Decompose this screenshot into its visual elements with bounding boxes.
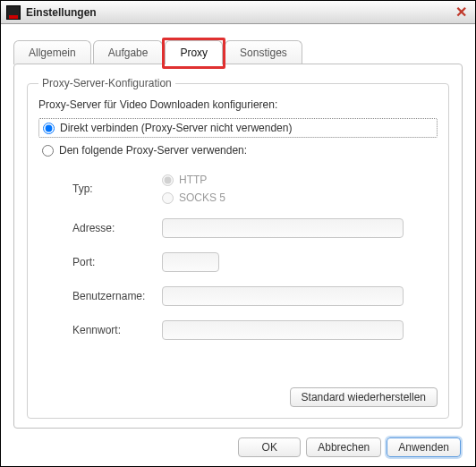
dialog-footer: OK Abbrechen Anwenden bbox=[13, 429, 463, 457]
ok-button[interactable]: OK bbox=[238, 437, 301, 457]
radio-direct-row[interactable]: Direkt verbinden (Proxy-Server nicht ver… bbox=[38, 118, 438, 138]
address-label: Adresse: bbox=[72, 222, 162, 234]
type-option-socks5-row[interactable]: SOCKS 5 bbox=[162, 191, 438, 204]
proxy-groupbox: Proxy-Server-Konfiguration Proxy-Server … bbox=[27, 77, 449, 419]
tab-label: Sonstiges bbox=[240, 47, 287, 59]
tabs-bar: Allgemein Aufgabe Proxy Sonstiges bbox=[13, 37, 463, 64]
username-label: Benutzername: bbox=[72, 290, 162, 302]
type-option-http-label: HTTP bbox=[179, 174, 207, 186]
tab-proxy[interactable]: Proxy bbox=[165, 40, 223, 64]
password-label: Kennwort: bbox=[72, 324, 162, 336]
cancel-button[interactable]: Abbrechen bbox=[306, 437, 381, 457]
radio-useproxy[interactable] bbox=[42, 145, 54, 157]
tab-pane-proxy: Proxy-Server-Konfiguration Proxy-Server … bbox=[13, 64, 463, 429]
window-title: Einstellungen bbox=[26, 6, 452, 19]
type-option-socks5[interactable] bbox=[162, 192, 174, 204]
proxy-form: Typ: HTTP SOCKS 5 Adresse: Port: Benutze… bbox=[72, 174, 438, 340]
type-option-socks5-label: SOCKS 5 bbox=[179, 191, 225, 204]
radio-useproxy-row[interactable]: Den folgende Proxy-Server verwenden: bbox=[38, 141, 438, 159]
radio-direct[interactable] bbox=[43, 123, 55, 134]
port-label: Port: bbox=[72, 256, 162, 268]
type-option-http[interactable] bbox=[162, 174, 174, 186]
groupbox-subtitle: Proxy-Server für Video Downloaden konfig… bbox=[38, 98, 438, 111]
password-input[interactable] bbox=[162, 320, 404, 340]
groupbox-title: Proxy-Server-Konfiguration bbox=[38, 77, 175, 89]
tab-label: Proxy bbox=[180, 47, 208, 59]
titlebar: Einstellungen ✕ bbox=[1, 1, 475, 24]
tab-label: Allgemein bbox=[29, 47, 76, 59]
type-options: HTTP SOCKS 5 bbox=[162, 174, 438, 204]
tab-label: Aufgabe bbox=[108, 47, 149, 59]
app-icon bbox=[6, 5, 21, 20]
content-area: Allgemein Aufgabe Proxy Sonstiges Proxy-… bbox=[1, 24, 475, 466]
restore-defaults-button[interactable]: Standard wiederherstellen bbox=[290, 387, 438, 407]
port-input[interactable] bbox=[162, 252, 219, 272]
tab-aufgabe[interactable]: Aufgabe bbox=[93, 40, 164, 64]
apply-button[interactable]: Anwenden bbox=[387, 437, 461, 457]
tab-allgemein[interactable]: Allgemein bbox=[13, 40, 91, 64]
tab-sonstiges[interactable]: Sonstiges bbox=[225, 40, 302, 64]
username-input[interactable] bbox=[162, 286, 404, 306]
type-option-http-row[interactable]: HTTP bbox=[162, 174, 438, 186]
close-icon[interactable]: ✕ bbox=[452, 4, 470, 21]
radio-direct-label: Direkt verbinden (Proxy-Server nicht ver… bbox=[60, 122, 292, 134]
address-input[interactable] bbox=[162, 218, 404, 238]
radio-useproxy-label: Den folgende Proxy-Server verwenden: bbox=[59, 144, 247, 157]
type-label: Typ: bbox=[72, 183, 162, 195]
